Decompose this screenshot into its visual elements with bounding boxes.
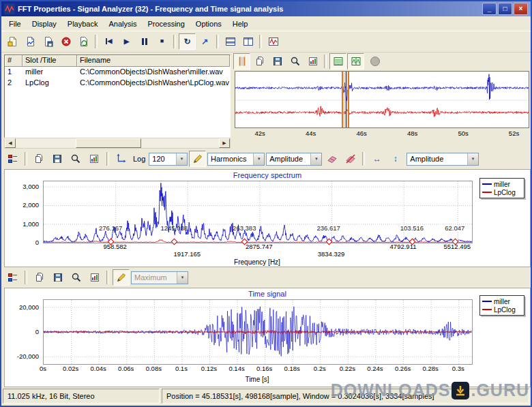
column-header-filename[interactable]: Filename	[77, 55, 230, 67]
open-file-button[interactable]	[22, 33, 39, 50]
table-row[interactable]: 2 LpClog C:\CommonObjects\DishWasher\LpC…	[5, 78, 230, 89]
tile-vertical-button[interactable]	[239, 33, 256, 50]
spectrum-settings-button[interactable]	[86, 151, 103, 167]
save-time-button[interactable]	[49, 269, 66, 286]
x-tick-label: 3834.329	[313, 250, 349, 258]
scroll-right-button[interactable]: ▶	[219, 138, 230, 148]
menu-item-processing[interactable]: Processing	[142, 18, 190, 30]
marker-list-button[interactable]	[4, 151, 21, 167]
file-list-table: # Slot /Title Filename 1 miller C:\Commo…	[4, 55, 231, 138]
menu-item-playback[interactable]: Playback	[62, 18, 104, 30]
x-tick-label: 4792.911	[385, 243, 421, 250]
column-header-number[interactable]: #	[5, 55, 23, 67]
show-channel-2-button[interactable]	[347, 53, 364, 70]
toolbar-separator	[25, 271, 27, 284]
pause-button[interactable]	[136, 33, 153, 50]
signal-scope-button[interactable]	[265, 33, 282, 50]
right-amplitude-value: Amplitude	[407, 155, 467, 163]
x-tick-label: 0.18s	[280, 365, 304, 372]
save-chart-button[interactable]	[269, 53, 286, 70]
time-settings-button[interactable]	[86, 269, 103, 286]
spectrum-plot-area[interactable]	[43, 181, 473, 243]
right-amplitude-combobox[interactable]: Amplitude ▼	[407, 153, 479, 166]
copy-spectrum-button[interactable]	[31, 151, 48, 167]
copy-time-button[interactable]	[31, 269, 48, 286]
table-row[interactable]: 1 miller C:\CommonObjects\DishWasher\mil…	[5, 67, 230, 78]
reload-file-button[interactable]	[75, 33, 92, 50]
time-chart-title: Time signal	[5, 290, 530, 298]
watermark-prefix: DOWNLOADS	[331, 380, 451, 400]
copy-chart-button[interactable]	[251, 53, 268, 70]
toolbar-separator	[362, 152, 365, 166]
x-tick-label: 0.06s	[114, 365, 138, 372]
menu-item-file[interactable]: File	[3, 18, 27, 30]
horizontal-scrollbar[interactable]: ◀ ▶	[4, 138, 231, 149]
menu-item-help[interactable]: Help	[227, 18, 254, 30]
edit-markers-button[interactable]	[113, 269, 130, 286]
export-signal-button[interactable]: ↗	[196, 33, 213, 50]
scrollbar-thumb[interactable]	[76, 138, 141, 148]
harmonics-value: Harmonics	[208, 155, 253, 163]
save-spectrum-button[interactable]	[49, 151, 66, 167]
log-combobox[interactable]: 120 ▼	[149, 153, 188, 166]
marker-list-button[interactable]	[4, 269, 21, 286]
show-channel-1-button[interactable]	[329, 53, 346, 70]
erase-all-markers-button[interactable]	[342, 151, 359, 167]
erase-marker-button[interactable]	[323, 151, 340, 167]
lpclog-swatch	[482, 192, 492, 193]
menu-item-analysis[interactable]: Analysis	[103, 18, 142, 30]
overview-toolbar	[233, 53, 531, 70]
amplitude-combobox[interactable]: Amplitude ▼	[266, 153, 322, 166]
log-label: Log	[133, 155, 145, 163]
axes-setup-button[interactable]	[113, 151, 130, 167]
column-header-slot-title[interactable]: Slot /Title	[23, 55, 77, 67]
menu-item-display[interactable]: Display	[27, 18, 62, 30]
edit-markers-button[interactable]	[189, 151, 206, 167]
row-filename: C:\CommonObjects\DishWasher\LpClog.wav	[77, 78, 230, 89]
overview-plot	[235, 72, 529, 127]
zoom-time-button[interactable]	[68, 269, 85, 286]
peak-value-label: 236.617	[311, 224, 346, 232]
save-file-button[interactable]	[40, 33, 57, 50]
title-bar[interactable]: FFT Properties - Signal Analyzer (32) - …	[1, 1, 531, 16]
new-worksheet-button[interactable]	[4, 33, 21, 50]
scroll-left-button[interactable]: ◀	[5, 138, 16, 148]
vertical-zoom-button[interactable]: ↕	[387, 151, 404, 167]
peak-value-label: 103.516	[394, 224, 430, 232]
time-plot-area[interactable]	[43, 299, 473, 365]
toolbar-separator	[25, 152, 27, 166]
tile-horizontal-button[interactable]	[222, 33, 239, 50]
x-tick-label: 5512.495	[439, 243, 475, 250]
chevron-down-icon[interactable]: ▼	[310, 153, 321, 165]
pause-icon	[142, 38, 147, 45]
play-button[interactable]: ▶	[118, 33, 135, 50]
overview-waveform[interactable]	[235, 71, 529, 128]
y-tick-label: 20,000	[5, 303, 39, 311]
chevron-down-icon[interactable]: ▼	[253, 153, 264, 165]
app-icon	[4, 3, 15, 14]
loop-playback-button[interactable]: ↻	[179, 33, 196, 50]
legend-label: LpClog	[494, 306, 516, 314]
x-tick-label: 0.26s	[391, 365, 415, 372]
stop-button[interactable]: ■	[153, 33, 171, 50]
y-tick-label: -20,000	[5, 352, 39, 360]
zoom-spectrum-button[interactable]	[68, 151, 85, 167]
maximize-button[interactable]: □	[498, 3, 512, 15]
chart-settings-button[interactable]	[304, 53, 321, 70]
chevron-down-icon[interactable]: ▼	[177, 272, 188, 284]
close-file-button[interactable]	[57, 33, 74, 50]
harmonics-combobox[interactable]: Harmonics ▼	[207, 153, 265, 166]
main-toolbar: ◀ ▶ ■ ↻ ↗	[1, 31, 531, 52]
maximum-combobox[interactable]: Maximum ▼	[131, 271, 188, 284]
menu-item-options[interactable]: Options	[190, 18, 227, 30]
horizontal-zoom-button[interactable]: ↔	[368, 151, 385, 167]
minimize-button[interactable]: _	[482, 3, 497, 15]
position-cursor[interactable]	[346, 72, 346, 127]
skip-start-button[interactable]: ◀	[100, 33, 117, 50]
row-number: 2	[5, 78, 23, 89]
toolbar-separator	[259, 35, 262, 48]
chevron-down-icon[interactable]: ▼	[176, 153, 187, 165]
close-button[interactable]: ×	[514, 3, 528, 15]
zoom-chart-button[interactable]	[286, 53, 304, 70]
range-select-tool-button[interactable]	[233, 53, 250, 70]
